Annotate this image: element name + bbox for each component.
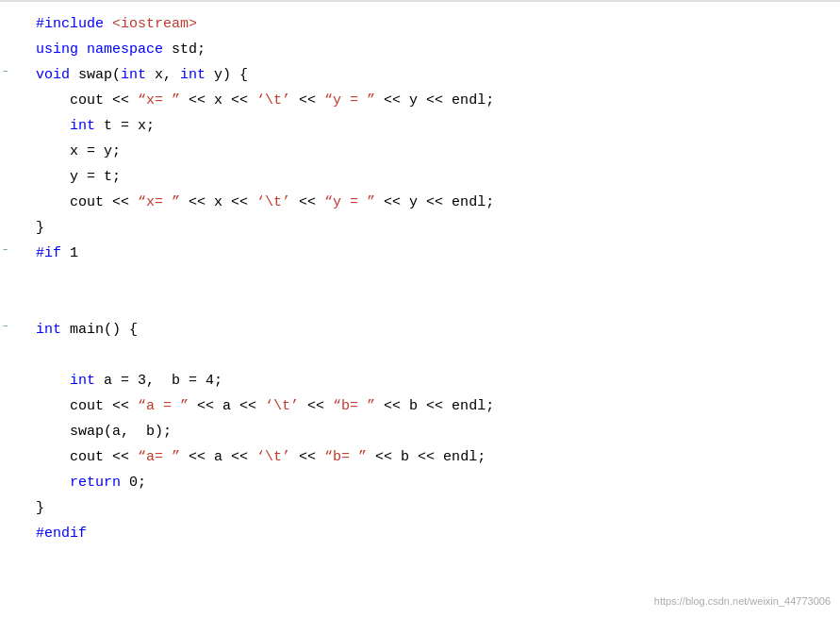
code-line-12 <box>0 292 840 317</box>
keyword-int-1: int <box>121 67 146 83</box>
code-line-1: #include <iostream> <box>0 11 840 37</box>
code-editor: #include <iostream> using namespace std;… <box>0 0 840 618</box>
line-content-15: int a = 3, b = 4; <box>26 370 831 393</box>
line-content-1: #include <iostream> <box>26 13 831 36</box>
code-line-5: int t = x; <box>0 113 840 139</box>
code-line-14 <box>0 342 840 368</box>
line-content-9: } <box>26 217 831 240</box>
line-content-17: swap(a, b); <box>26 421 831 443</box>
code-line-7: y = t; <box>0 164 840 190</box>
code-line-15: int a = 3, b = 4; <box>0 368 840 393</box>
std-name: std <box>172 42 197 58</box>
code-line-2: using namespace std; <box>0 37 840 62</box>
code-line-20: } <box>0 495 840 521</box>
code-line-21: #endif <box>0 521 840 546</box>
line-content-8: cout << “x= ” << x << ‘\t’ << “y = ” << … <box>26 192 831 214</box>
func-swap: swap( <box>78 67 121 83</box>
code-line-4: cout << “x= ” << x << ‘\t’ << “y = ” << … <box>0 88 840 113</box>
keyword-int-2: int <box>180 67 206 83</box>
include-path: <iostream> <box>112 16 197 32</box>
code-line-6: x = y; <box>0 139 840 164</box>
line-content-4: cout << “x= ” << x << ‘\t’ << “y = ” << … <box>26 90 831 112</box>
keyword-int-a: int <box>70 373 95 389</box>
line-content-6: x = y; <box>26 141 831 163</box>
keyword-int-t: int <box>70 118 95 134</box>
line-content-19: return 0; <box>26 472 831 494</box>
keyword-endif: #endif <box>36 526 87 542</box>
fold-icon-10[interactable]: ⁻ <box>2 244 8 262</box>
keyword-void: void <box>36 67 70 83</box>
line-content-13: int main() { <box>26 319 831 342</box>
code-line-19: return 0; <box>0 470 840 495</box>
code-line-8: cout << “x= ” << x << ‘\t’ << “y = ” << … <box>0 190 840 215</box>
line-content-2: using namespace std; <box>26 39 831 61</box>
line-content-10: #if 1 <box>26 242 831 265</box>
line-content-16: cout << “a = ” << a << ‘\t’ << “b= ” << … <box>26 395 831 418</box>
code-line-10: ⁻ #if 1 <box>0 241 840 266</box>
keyword-int-main: int <box>36 322 61 338</box>
code-line-11 <box>0 266 840 292</box>
code-line-18: cout << “a= ” << a << ‘\t’ << “b= ” << b… <box>0 444 840 470</box>
keyword-include: #include <box>36 16 104 32</box>
watermark: https://blog.csdn.net/weixin_44773006 <box>654 593 831 610</box>
line-content-21: #endif <box>26 523 831 545</box>
code-line-17: swap(a, b); <box>0 419 840 444</box>
keyword-using: using <box>36 42 78 58</box>
line-content-20: } <box>26 497 831 520</box>
code-line-3: ⁻ void swap(int x, int y) { <box>0 62 840 88</box>
line-content-3: void swap(int x, int y) { <box>26 64 831 87</box>
keyword-if: #if <box>36 245 61 261</box>
code-line-13: ⁻ int main() { <box>0 317 840 342</box>
line-content-5: int t = x; <box>26 115 831 138</box>
code-line-9: } <box>0 215 840 241</box>
keyword-return: return <box>70 475 121 491</box>
keyword-namespace: namespace <box>87 42 163 58</box>
line-content-18: cout << “a= ” << a << ‘\t’ << “b= ” << b… <box>26 446 831 469</box>
line-content-7: y = t; <box>26 166 831 189</box>
fold-icon-13[interactable]: ⁻ <box>2 321 8 339</box>
fold-icon-3[interactable]: ⁻ <box>2 66 8 84</box>
code-line-16: cout << “a = ” << a << ‘\t’ << “b= ” << … <box>0 393 840 419</box>
